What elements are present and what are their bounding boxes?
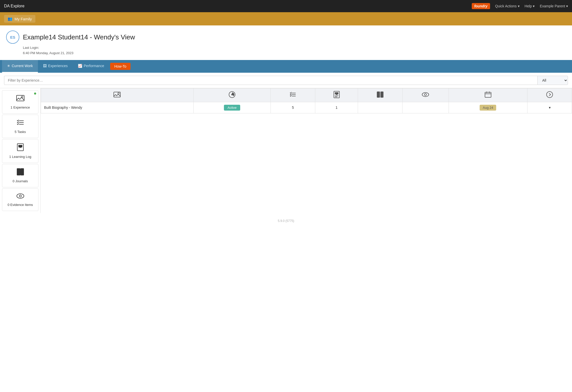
svg-rect-24 xyxy=(381,92,383,97)
sidebar-learning-log-label: 1 Learning Log xyxy=(9,155,31,159)
th-experience xyxy=(41,88,194,102)
sidebar-item-journals[interactable]: 0 Journals xyxy=(2,164,38,187)
status-badge: Active xyxy=(224,105,240,111)
avatar: ES xyxy=(6,31,19,44)
tab-bar: ✳ Current Work 🖼 Experiences 📈 Performan… xyxy=(0,60,572,73)
journals-sidebar-icon xyxy=(17,168,24,177)
row-date: Aug 24 xyxy=(449,102,527,113)
svg-rect-0 xyxy=(17,95,24,101)
experiences-sidebar-icon xyxy=(16,95,24,103)
sidebar-tasks-label: 5 Tasks xyxy=(15,130,26,134)
table-area: Built Biography - Wendy Active 5 1 Aug 2… xyxy=(41,88,572,213)
tab-how-to-label: How-To xyxy=(114,64,126,68)
family-bar: 👥 My Family xyxy=(0,12,572,25)
quick-actions-button[interactable]: Quick Actions ▾ xyxy=(495,4,520,8)
sidebar-item-tasks[interactable]: 5 Tasks xyxy=(2,115,38,138)
data-table: Built Biography - Wendy Active 5 1 Aug 2… xyxy=(41,88,572,113)
row-learning-log: 1 xyxy=(315,102,358,113)
th-date xyxy=(449,88,527,102)
th-status xyxy=(193,88,270,102)
tab-current-work-label: Current Work xyxy=(12,64,33,68)
my-family-button[interactable]: 👥 My Family xyxy=(4,15,35,23)
filter-row: All xyxy=(0,73,572,88)
last-login-label: Last Login: xyxy=(23,45,566,51)
student-title-row: ES Example14 Student14 - Wendy's View xyxy=(6,31,566,44)
brand-label: DA Explore xyxy=(4,4,472,8)
sidebar-experiences-label: 1 Experience xyxy=(11,105,30,109)
svg-point-1 xyxy=(21,96,23,98)
svg-point-10 xyxy=(17,194,24,198)
performance-icon: 📈 xyxy=(78,64,82,68)
row-action[interactable]: ▾ xyxy=(527,102,572,113)
version-label: 5.9.0 (5775) xyxy=(278,219,294,223)
tab-current-work[interactable]: ✳ Current Work xyxy=(2,60,38,73)
last-login: Last Login: 6:40 PM Monday, August 21, 2… xyxy=(23,45,566,56)
sidebar-item-evidence[interactable]: 0 Evidence Items xyxy=(2,188,38,211)
user-menu-button[interactable]: Example Parent ▾ xyxy=(540,4,568,8)
date-badge: Aug 24 xyxy=(480,105,496,111)
th-journals xyxy=(358,88,403,102)
filter-input[interactable] xyxy=(4,76,537,85)
sidebar-item-learning-log[interactable]: 1 Learning Log xyxy=(2,139,38,163)
svg-marker-20 xyxy=(335,92,338,95)
family-label: My Family xyxy=(15,17,32,21)
th-evidence xyxy=(402,88,449,102)
tab-performance[interactable]: 📈 Performance xyxy=(73,60,109,73)
svg-point-25 xyxy=(422,93,429,97)
row-tasks: 5 xyxy=(271,102,315,113)
quick-actions-label: Quick Actions xyxy=(495,4,517,8)
table-row: Built Biography - Wendy Active 5 1 Aug 2… xyxy=(41,102,572,113)
footer: 5.9.0 (5775) xyxy=(0,213,572,229)
evidence-sidebar-icon xyxy=(17,193,24,201)
family-icon: 👥 xyxy=(8,17,12,21)
learning-log-sidebar-icon xyxy=(17,143,24,153)
table-header-row xyxy=(41,88,572,102)
sidebar: 1 Experience 5 Tasks xyxy=(0,88,41,213)
svg-rect-9 xyxy=(21,169,24,175)
student-header: ES Example14 Student14 - Wendy's View La… xyxy=(0,25,572,60)
help-caret: ▾ xyxy=(533,4,535,8)
top-nav-actions: Quick Actions ▾ Help ▾ Example Parent ▾ xyxy=(495,4,568,8)
svg-rect-23 xyxy=(377,92,380,97)
svg-point-15 xyxy=(231,94,233,95)
user-label: Example Parent xyxy=(540,4,565,8)
row-journals xyxy=(358,102,403,113)
top-nav: DA Explore foundry Quick Actions ▾ Help … xyxy=(0,0,572,12)
row-status: Active xyxy=(193,102,270,113)
row-experience-name: Built Biography - Wendy xyxy=(41,102,194,113)
tab-performance-label: Performance xyxy=(84,64,104,68)
quick-actions-caret: ▾ xyxy=(518,4,520,8)
svg-point-11 xyxy=(19,195,21,197)
user-caret: ▾ xyxy=(566,4,568,8)
current-work-icon: ✳ xyxy=(7,64,10,68)
sidebar-item-experiences[interactable]: 1 Experience xyxy=(2,90,38,114)
foundry-logo: foundry xyxy=(472,3,490,9)
sidebar-evidence-label: 0 Evidence Items xyxy=(8,203,33,207)
help-button[interactable]: Help ▾ xyxy=(525,4,535,8)
tab-experiences[interactable]: 🖼 Experiences xyxy=(38,60,73,73)
th-action xyxy=(527,88,572,102)
green-dot-indicator xyxy=(34,93,36,95)
last-login-value: 6:40 PM Monday, August 21, 2023 xyxy=(23,51,566,56)
th-learning-log xyxy=(315,88,358,102)
th-tasks xyxy=(271,88,315,102)
help-label: Help xyxy=(525,4,532,8)
sidebar-journals-label: 0 Journals xyxy=(13,179,28,183)
main-content: 1 Experience 5 Tasks xyxy=(0,88,572,213)
filter-select[interactable]: All xyxy=(537,76,568,85)
svg-rect-8 xyxy=(17,169,20,175)
svg-point-31 xyxy=(547,92,553,98)
tab-experiences-label: Experiences xyxy=(48,64,68,68)
svg-point-13 xyxy=(118,93,119,94)
row-evidence xyxy=(402,102,449,113)
svg-rect-27 xyxy=(485,92,491,97)
tab-how-to[interactable]: How-To xyxy=(110,63,130,70)
svg-point-26 xyxy=(424,94,426,96)
experiences-icon: 🖼 xyxy=(43,64,47,68)
student-name: Example14 Student14 - Wendy's View xyxy=(23,33,135,41)
tasks-sidebar-icon xyxy=(17,119,24,128)
